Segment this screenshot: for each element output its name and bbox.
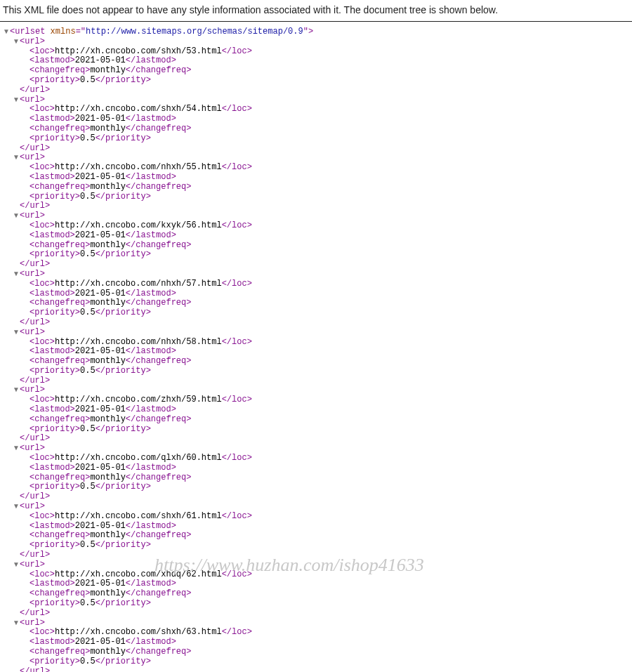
loc-line: <loc>http://xh.cncobo.com/qlxh/60.html</… (3, 454, 632, 463)
loc-close-tag: </loc> (222, 104, 252, 114)
indent-spacer (22, 482, 29, 491)
lastmod-line: <lastmod>2021-05-01</lastmod> (3, 289, 632, 299)
loc-open-tag: <loc> (29, 104, 55, 114)
expand-toggle-icon[interactable]: ▼ (13, 386, 20, 394)
lastmod-value: 2021-05-01 (75, 463, 126, 473)
changefreq-close-tag: </changefreq> (126, 298, 192, 308)
loc-value: http://xh.cncobo.com/nhxh/58.html (55, 337, 222, 347)
indent-spacer (22, 657, 29, 666)
priority-line: <priority>0.5</priority> (3, 134, 632, 144)
expand-toggle-icon[interactable]: ▼ (3, 27, 10, 36)
priority-close-tag: </priority> (96, 75, 151, 85)
changefreq-close-tag: </changefreq> (126, 588, 192, 598)
url-close-tag: </url> (20, 433, 50, 443)
priority-value: 0.5 (80, 133, 96, 143)
changefreq-open-tag: <changefreq> (29, 647, 90, 657)
url-open: ▼<url> (3, 560, 632, 570)
expand-toggle-icon[interactable]: ▼ (13, 502, 20, 510)
lastmod-line: <lastmod>2021-05-01</lastmod> (3, 579, 632, 589)
loc-value: http://xh.cncobo.com/nhxh/57.html (55, 279, 222, 289)
changefreq-close-tag: </changefreq> (126, 182, 192, 192)
indent-spacer (22, 454, 29, 462)
indent-spacer (22, 114, 29, 123)
changefreq-value: monthly (90, 240, 125, 250)
expand-toggle-icon[interactable]: ▼ (13, 560, 20, 569)
changefreq-open-tag: <changefreq> (29, 298, 90, 308)
changefreq-close-tag: </changefreq> (126, 65, 192, 75)
priority-open-tag: <priority> (29, 133, 80, 143)
expand-toggle-icon[interactable]: ▼ (13, 444, 20, 452)
loc-line: <loc>http://xh.cncobo.com/nhxh/55.html</… (3, 163, 632, 173)
lastmod-value: 2021-05-01 (75, 55, 126, 65)
expand-toggle-icon[interactable]: ▼ (13, 37, 20, 46)
indent-spacer (22, 47, 29, 55)
url-open-tag: <url> (20, 211, 45, 220)
changefreq-value: monthly (90, 124, 125, 133)
priority-open-tag: <priority> (29, 75, 80, 85)
url-close-tag: </url> (20, 608, 50, 618)
indent-spacer (22, 357, 29, 365)
url-open: ▼<url> (3, 95, 632, 105)
changefreq-value: monthly (90, 65, 125, 75)
priority-close-tag: </priority> (96, 249, 151, 259)
priority-close-tag: </priority> (96, 133, 151, 143)
priority-value: 0.5 (80, 75, 96, 85)
indent-spacer (22, 415, 29, 423)
url-close-tag: </url> (20, 85, 50, 95)
lastmod-value: 2021-05-01 (75, 637, 126, 647)
lastmod-value: 2021-05-01 (75, 289, 126, 298)
expand-toggle-icon[interactable]: ▼ (13, 95, 20, 104)
loc-close-tag: </loc> (222, 627, 252, 637)
lastmod-line: <lastmod>2021-05-01</lastmod> (3, 347, 632, 357)
expand-toggle-icon[interactable]: ▼ (13, 153, 20, 162)
indent-spacer (13, 86, 20, 94)
priority-close-tag: </priority> (96, 482, 151, 492)
indent-spacer (22, 395, 29, 404)
priority-value: 0.5 (80, 424, 96, 434)
url-open-tag: <url> (20, 385, 45, 395)
url-open-tag: <url> (20, 152, 45, 162)
root-attr-value: http://www.sitemaps.org/schemas/sitemap/… (86, 27, 303, 37)
lastmod-open-tag: <lastmod> (29, 521, 75, 531)
url-close: </url> (3, 667, 632, 672)
url-close-tag: </url> (20, 143, 50, 153)
priority-value: 0.5 (80, 249, 96, 259)
loc-line: <loc>http://xh.cncobo.com/xhdq/62.html</… (3, 570, 632, 580)
changefreq-line: <changefreq>monthly</changefreq> (3, 66, 632, 76)
indent-spacer (22, 638, 29, 646)
indent-spacer (22, 279, 29, 288)
changefreq-close-tag: </changefreq> (126, 473, 192, 482)
url-close: </url> (3, 376, 632, 386)
expand-toggle-icon[interactable]: ▼ (13, 211, 20, 220)
url-close: </url> (3, 609, 632, 619)
changefreq-line: <changefreq>monthly</changefreq> (3, 415, 632, 425)
expand-toggle-icon[interactable]: ▼ (13, 270, 20, 278)
changefreq-open-tag: <changefreq> (29, 588, 90, 598)
indent-spacer (22, 163, 29, 171)
priority-open-tag: <priority> (29, 424, 80, 434)
lastmod-close-tag: </lastmod> (126, 346, 176, 356)
expand-toggle-icon[interactable]: ▼ (13, 328, 20, 336)
indent-spacer (22, 192, 29, 201)
lastmod-close-tag: </lastmod> (126, 637, 176, 647)
changefreq-open-tag: <changefreq> (29, 182, 90, 192)
loc-close-tag: </loc> (222, 279, 252, 289)
loc-value: http://xh.cncobo.com/shxh/54.html (55, 104, 222, 114)
indent-spacer (13, 551, 20, 559)
changefreq-close-tag: </changefreq> (126, 647, 192, 657)
changefreq-open-tag: <changefreq> (29, 473, 90, 482)
url-open-tag: <url> (20, 443, 45, 453)
indent-spacer (22, 105, 29, 113)
indent-spacer (22, 522, 29, 530)
changefreq-line: <changefreq>monthly</changefreq> (3, 183, 632, 192)
loc-open-tag: <loc> (29, 337, 55, 347)
indent-spacer (22, 347, 29, 355)
changefreq-close-tag: </changefreq> (126, 414, 192, 424)
priority-value: 0.5 (80, 598, 96, 608)
changefreq-open-tag: <changefreq> (29, 530, 90, 540)
indent-spacer (13, 434, 20, 442)
lastmod-close-tag: </lastmod> (126, 172, 176, 182)
loc-value: http://xh.cncobo.com/nhxh/55.html (55, 162, 222, 172)
expand-toggle-icon[interactable]: ▼ (13, 619, 20, 627)
changefreq-line: <changefreq>monthly</changefreq> (3, 647, 632, 657)
